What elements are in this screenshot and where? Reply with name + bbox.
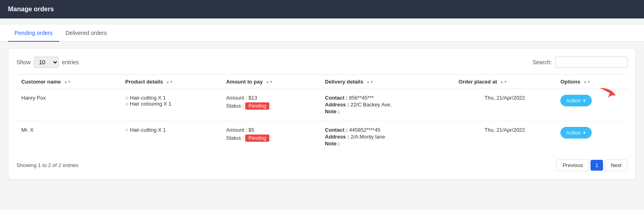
action-button-row-1[interactable]: Action ▼ — [560, 127, 592, 139]
contact-info: Contact : 856**45*** — [325, 95, 449, 101]
previous-button[interactable]: Previous — [556, 159, 589, 171]
product-details-cell: Hair-cutting X 1Hair colouring X 1 — [121, 89, 222, 121]
product-details-cell: Hair-cutting X 1 — [121, 121, 222, 153]
search-label: Search: — [533, 59, 552, 65]
sort-icon-delivery[interactable]: ▲▼ — [366, 80, 373, 84]
search-input[interactable] — [555, 57, 628, 68]
entries-label: entries — [62, 59, 79, 65]
product-item: Hair colouring X 1 — [125, 101, 217, 107]
order-placed-cell: Thu, 21/Apr/2022 — [454, 89, 556, 121]
status-badge: Pending — [245, 102, 269, 110]
table-row: Mr. XHair-cutting X 1 Amount : $5 Status… — [16, 121, 628, 153]
contact-info: Contact : 445852****45 — [325, 127, 449, 133]
tabs-container: Pending orders Delivered orders — [0, 25, 644, 42]
delivery-details-cell: Contact : 856**45*** Address : 22/C Back… — [320, 89, 454, 121]
customer-name-cell: Mr. X — [16, 121, 121, 153]
sort-icon-amount[interactable]: ▲▼ — [266, 80, 273, 84]
show-label: Show — [16, 59, 31, 65]
showing-text: Showing 1 to 2 of 2 entries — [16, 162, 78, 168]
red-arrow-indicator — [596, 86, 620, 102]
col-order-placed: Order placed at ▲▼ — [454, 75, 556, 89]
address-info: Address : 2/A Monty lane — [325, 134, 449, 140]
table-row: Hanry PoxHair-cutting X 1Hair colouring … — [16, 89, 628, 121]
delivery-details-cell: Contact : 445852****45 Address : 2/A Mon… — [320, 121, 454, 153]
tab-pending-orders[interactable]: Pending orders — [8, 25, 59, 42]
action-button-row-0[interactable]: Action ▼ — [560, 95, 592, 106]
col-amount: Amount to pay ▲▼ — [221, 75, 320, 89]
sort-icon-options[interactable]: ▲▼ — [583, 80, 591, 84]
col-product-details: Product details ▲▼ — [121, 75, 222, 89]
product-item: Hair-cutting X 1 — [125, 127, 217, 133]
amount-status-cell: Amount : $13 Status : Pending — [221, 89, 320, 121]
caret-icon: ▼ — [582, 130, 586, 135]
sort-icon-order-placed[interactable]: ▲▼ — [500, 80, 507, 84]
entries-select[interactable]: 10 25 50 100 — [34, 57, 59, 68]
amount-value: Amount : $5 — [226, 127, 315, 133]
top-bar: Manage orders — [0, 0, 644, 18]
page-title: Manage orders — [8, 6, 54, 12]
status-line: Status : Pending — [226, 102, 315, 110]
address-info: Address : 22/C Backey Ave. — [325, 102, 449, 108]
order-placed-cell: Thu, 21/Apr/2022 — [454, 121, 556, 153]
options-cell: Action ▼ — [556, 121, 628, 153]
status-badge: Pending — [245, 135, 269, 142]
next-button[interactable]: Next — [605, 159, 628, 171]
col-customer-name: Customer name ▲▼ — [16, 75, 121, 89]
col-delivery: Delivery details ▲▼ — [320, 75, 454, 89]
sort-icon-product[interactable]: ▲▼ — [166, 80, 173, 84]
pagination: Previous 1 Next — [556, 159, 628, 171]
page-1-button[interactable]: 1 — [591, 160, 603, 171]
caret-icon: ▼ — [582, 98, 586, 103]
options-cell: Action ▼ — [556, 89, 628, 121]
status-line: Status : Pending — [226, 135, 315, 142]
sort-icon-customer[interactable]: ▲▼ — [64, 80, 71, 84]
amount-status-cell: Amount : $5 Status : Pending — [221, 121, 320, 153]
tab-delivered-orders[interactable]: Delivered orders — [59, 25, 113, 42]
customer-name-cell: Hanry Pox — [16, 89, 121, 121]
note-info: Note : — [325, 108, 449, 114]
amount-value: Amount : $13 — [226, 95, 315, 101]
product-item: Hair-cutting X 1 — [125, 95, 217, 101]
note-info: Note : — [325, 141, 449, 147]
orders-table: Customer name ▲▼ Product details ▲▼ Amou… — [16, 74, 628, 153]
